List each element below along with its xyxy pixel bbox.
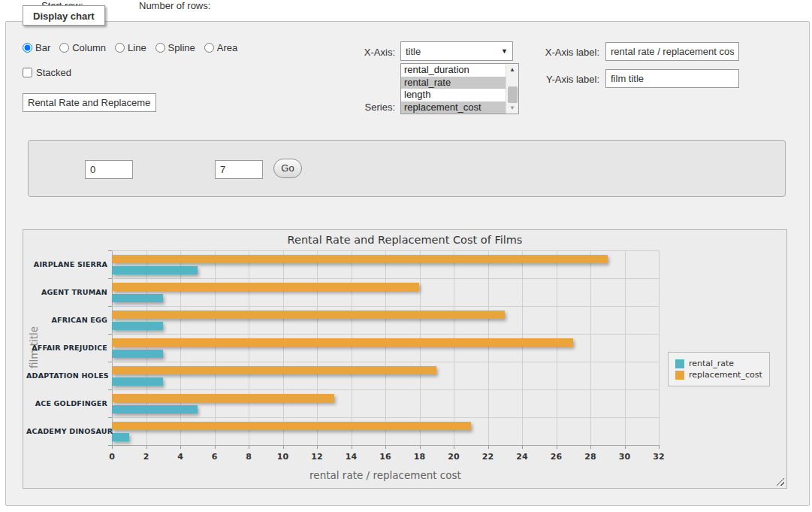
stacked-option[interactable]: Stacked	[23, 67, 71, 78]
category-label: AFRICAN EGG	[26, 316, 107, 324]
bar-rental_rate-ace-goldfinger[interactable]	[112, 405, 198, 414]
chart-title-input[interactable]	[23, 93, 156, 112]
chart-type-radio-column[interactable]	[59, 43, 69, 53]
series-listbox[interactable]: rental_durationrental_ratelengthreplacem…	[400, 63, 519, 114]
y-axis-tick	[108, 362, 112, 362]
y-axis-tick	[108, 278, 112, 279]
chart-type-option-bar[interactable]: Bar	[23, 42, 50, 53]
chart-type-option-label: Column	[72, 42, 106, 53]
gridline-vertical	[557, 250, 557, 445]
scrollbar-thumb[interactable]	[508, 86, 518, 103]
legend-label: replacement_cost	[689, 370, 762, 380]
y-axis-tick	[108, 389, 112, 390]
y-axis-tick	[108, 334, 112, 335]
category-label: ACE GOLDFINGER	[26, 399, 107, 407]
gridline-vertical	[146, 250, 147, 445]
x-tick-label: 22	[478, 452, 498, 462]
category-label: AFFAIR PREJUDICE	[26, 344, 107, 352]
gridline-vertical	[488, 250, 489, 445]
dropdown-arrow-icon: ▼	[501, 47, 508, 55]
chart-type-option-area[interactable]: Area	[204, 42, 237, 53]
x-axis-selected-value: title	[406, 46, 421, 57]
gridline-horizontal	[112, 278, 659, 279]
x-tick-label: 16	[376, 452, 395, 462]
bar-replacement_cost-airplane-sierra[interactable]	[112, 255, 608, 263]
gridline-vertical	[385, 250, 386, 445]
bar-replacement_cost-african-egg[interactable]	[112, 311, 505, 319]
chart-type-option-spline[interactable]: Spline	[155, 42, 195, 53]
gridline-vertical	[454, 250, 454, 445]
x-axis-title: rental rate / replacement cost	[198, 469, 573, 481]
x-tick-label: 12	[307, 452, 327, 462]
gridline-vertical	[180, 250, 181, 445]
chart-plot-area: 02468101214161820222426283032	[112, 250, 659, 445]
series-listbox-scrollbar[interactable]: ▲ ▼	[506, 64, 518, 114]
x-tick-label: 10	[273, 452, 293, 462]
chart-type-option-label: Line	[128, 42, 146, 53]
bar-rental_rate-airplane-sierra[interactable]	[112, 266, 198, 274]
bar-rental_rate-affair-prejudice[interactable]	[112, 350, 163, 358]
x-tick-label: 32	[649, 452, 669, 462]
number-of-rows-input[interactable]	[215, 160, 263, 179]
gridline-vertical	[112, 250, 113, 445]
x-tick-label: 6	[205, 452, 225, 462]
go-button[interactable]: Go	[273, 159, 302, 178]
stacked-checkbox[interactable]	[23, 68, 32, 77]
y-axis-tick	[108, 445, 112, 446]
bar-rental_rate-adaptation-holes[interactable]	[112, 377, 163, 386]
chart-type-option-label: Bar	[35, 42, 50, 53]
gridline-vertical	[590, 250, 591, 445]
legend-item-rental_rate[interactable]: rental_rate	[675, 359, 762, 368]
bar-replacement_cost-agent-truman[interactable]	[112, 283, 419, 291]
x-tick-label: 18	[410, 452, 430, 462]
bar-replacement_cost-affair-prejudice[interactable]	[112, 338, 573, 347]
series-option-length[interactable]: length	[401, 89, 506, 101]
gridline-vertical	[522, 250, 523, 445]
category-label: ACADEMY DINOSAUR	[26, 427, 107, 435]
chart-type-radio-line[interactable]	[115, 43, 125, 53]
start-row-input[interactable]	[85, 160, 133, 179]
resize-handle-icon[interactable]	[776, 477, 784, 486]
x-tick-label: 24	[512, 452, 532, 462]
y-axis-label-input[interactable]	[605, 69, 739, 88]
y-axis-label-field-label: Y-Axis label:	[524, 74, 599, 85]
bar-rental_rate-academy-dinosaur[interactable]	[112, 433, 129, 441]
x-tick-label: 26	[547, 452, 566, 462]
x-axis-label-input[interactable]	[605, 42, 739, 61]
chart-type-radio-bar[interactable]	[23, 43, 32, 53]
row-controls-box	[28, 140, 786, 197]
scroll-up-icon[interactable]: ▲	[506, 64, 519, 75]
category-label: AGENT TRUMAN	[26, 288, 107, 296]
chart-type-option-column[interactable]: Column	[59, 42, 106, 53]
series-option-rental_duration[interactable]: rental_duration	[401, 64, 506, 77]
x-axis-select-label: X-Axis:	[323, 47, 395, 58]
chart-type-group: BarColumnLineSplineArea	[23, 42, 237, 53]
legend-item-replacement_cost[interactable]: replacement_cost	[675, 370, 762, 380]
x-tick-label: 8	[239, 452, 258, 462]
chart-type-option-line[interactable]: Line	[115, 42, 146, 53]
scroll-down-icon[interactable]: ▼	[506, 102, 519, 114]
bar-replacement_cost-ace-goldfinger[interactable]	[112, 394, 334, 402]
category-label: ADAPTATION HOLES	[26, 371, 107, 380]
bar-rental_rate-african-egg[interactable]	[112, 322, 163, 330]
bar-replacement_cost-adaptation-holes[interactable]	[112, 366, 436, 374]
series-option-rental_rate[interactable]: rental_rate	[401, 77, 506, 89]
number-of-rows-label: Number of rows:	[139, 0, 210, 11]
chart-legend: rental_ratereplacement_cost	[668, 352, 770, 386]
fieldset-legend: Display chart	[23, 5, 105, 26]
x-axis-label-field-label: X-Axis label:	[524, 47, 599, 58]
gridline-vertical	[659, 250, 660, 445]
x-axis-select[interactable]: title ▼	[400, 41, 513, 61]
y-axis-tick	[108, 417, 112, 418]
series-option-replacement_cost[interactable]: replacement_cost	[401, 101, 506, 114]
chart-type-radio-area[interactable]	[204, 43, 214, 53]
gridline-vertical	[283, 250, 284, 445]
x-tick-label: 2	[137, 452, 156, 462]
chart-type-radio-spline[interactable]	[155, 43, 165, 53]
y-axis-tick	[108, 250, 112, 251]
chart-type-option-label: Area	[217, 42, 237, 53]
gridline-horizontal	[112, 362, 659, 362]
bar-replacement_cost-academy-dinosaur[interactable]	[112, 422, 471, 430]
bar-rental_rate-agent-truman[interactable]	[112, 294, 163, 302]
gridline-vertical	[249, 250, 249, 445]
